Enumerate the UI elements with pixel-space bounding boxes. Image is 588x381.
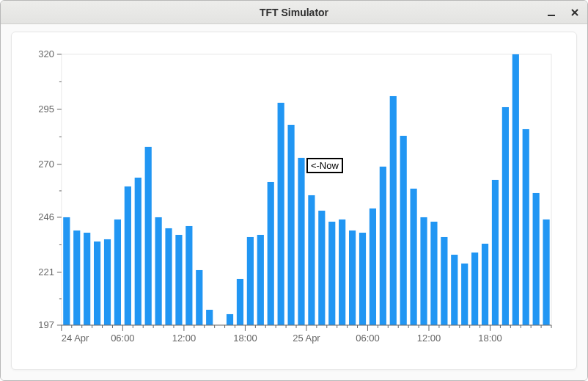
bar (349, 231, 356, 325)
bar (543, 219, 549, 325)
window-title: TFT Simulator (1, 7, 587, 18)
bar (430, 222, 437, 325)
bar (298, 158, 304, 325)
bar (471, 253, 478, 325)
bar (451, 255, 457, 325)
bar (441, 237, 447, 325)
bar (328, 222, 335, 325)
svg-text:18:00: 18:00 (478, 333, 501, 344)
bar (206, 310, 213, 325)
svg-text:24 Apr: 24 Apr (62, 333, 89, 344)
chart-svg: 19722124627029532024 Apr06:0012:0018:002… (25, 47, 559, 355)
svg-text:197: 197 (38, 319, 54, 330)
bar (84, 233, 90, 325)
bar (268, 182, 274, 325)
bar (145, 147, 152, 325)
bar (308, 195, 315, 325)
svg-text:320: 320 (38, 48, 54, 59)
svg-text:12:00: 12:00 (172, 333, 196, 344)
bar (185, 226, 192, 325)
bar (73, 231, 80, 325)
svg-text:06:00: 06:00 (111, 333, 134, 344)
bar (63, 217, 70, 325)
svg-text:12:00: 12:00 (417, 333, 441, 344)
bar (512, 54, 519, 325)
svg-text:25 Apr: 25 Apr (293, 333, 320, 344)
close-icon (570, 7, 580, 18)
bar (175, 235, 182, 325)
bar (359, 233, 366, 325)
bar (155, 217, 162, 325)
bar (461, 264, 468, 325)
minimize-button[interactable] (545, 6, 558, 19)
window-controls (545, 1, 581, 23)
app-window: TFT Simulator 19722124627029532024 Apr06… (0, 0, 588, 381)
bar (318, 211, 325, 325)
bar (247, 237, 254, 325)
bar (196, 270, 202, 325)
bar (278, 103, 284, 325)
bar (370, 208, 376, 325)
bar (135, 178, 142, 325)
svg-text:295: 295 (38, 104, 54, 115)
minimize-icon (546, 7, 556, 18)
bar (227, 314, 233, 325)
bar (287, 125, 294, 325)
chart-plot: 19722124627029532024 Apr06:0012:0018:002… (25, 47, 559, 355)
bar (114, 219, 121, 325)
chart-card: 19722124627029532024 Apr06:0012:0018:002… (11, 32, 577, 370)
bar (492, 180, 499, 325)
bar (411, 189, 417, 325)
bar (104, 239, 111, 325)
content-area: 19722124627029532024 Apr06:0012:0018:002… (1, 24, 587, 380)
bar (533, 193, 540, 325)
bar (390, 96, 397, 325)
bar (380, 167, 386, 325)
bar (482, 244, 488, 325)
bar (502, 107, 509, 325)
bar (420, 217, 427, 325)
bar (165, 228, 172, 325)
svg-text:06:00: 06:00 (356, 333, 379, 344)
bar (237, 279, 243, 325)
bar (94, 242, 100, 325)
bar (125, 186, 131, 325)
svg-text:246: 246 (38, 211, 54, 222)
svg-text:270: 270 (38, 159, 54, 170)
bar (257, 235, 264, 325)
bar (523, 129, 529, 325)
bar (339, 219, 345, 325)
svg-text:18:00: 18:00 (233, 333, 257, 344)
titlebar[interactable]: TFT Simulator (1, 1, 587, 24)
svg-text:221: 221 (38, 266, 54, 277)
close-button[interactable] (568, 6, 581, 19)
bar (400, 136, 407, 325)
